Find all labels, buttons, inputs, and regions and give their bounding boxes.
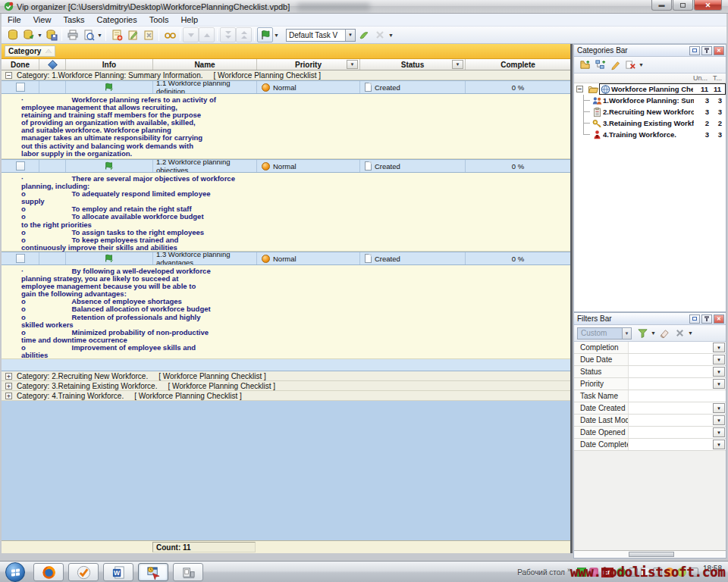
menu-help[interactable]: Help [174,14,204,26]
taskbar-button-word[interactable]: W [103,563,133,581]
desktop-toolbar-label[interactable]: Рабочий стол [517,568,565,577]
new-list-button[interactable] [577,58,592,72]
status-filter-dropdown[interactable]: ▼ [452,60,463,69]
priority-filter-dropdown[interactable]: ▼ [347,60,358,69]
new-category-button[interactable] [592,58,607,72]
open-database-button[interactable] [20,27,36,42]
maximize-button[interactable] [673,0,693,11]
print-caret[interactable]: ▼ [96,33,103,38]
scrollbar-thumb[interactable] [629,552,674,557]
taskbar-button-firefox[interactable] [33,563,64,581]
done-checkbox[interactable] [16,254,25,263]
filter-preset-combo[interactable]: Custom ▼ [577,327,632,340]
column-header-complete[interactable]: Complete [466,59,571,70]
category-group-row-2[interactable]: + Category: 2.Recruiting New Workforce. … [2,371,571,381]
collapse-icon[interactable]: − [5,72,12,79]
filter-dropdown-button[interactable]: ▼ [713,355,725,365]
column-header-done[interactable]: Done [2,59,39,70]
new-database-button[interactable] [5,27,20,42]
print-preview-button[interactable] [80,27,96,42]
tree-item-category-1[interactable]: 1.Workforce Planning: Summary Informatio… [574,95,726,106]
task-row-1-3[interactable]: 1.3 Workforce planning advantages Normal… [2,252,571,265]
column-header-info[interactable]: Info [66,59,153,70]
tree-item-category-2[interactable]: 2.Recruiting New Workforce. 3 3 [574,106,726,117]
apply-view-button[interactable] [356,27,372,42]
column-header-status[interactable]: Status ▼ [360,59,466,70]
filters-toolbar-caret[interactable]: ▼ [687,330,694,336]
filter-value-field[interactable] [629,342,713,353]
filter-dropdown-button[interactable]: ▼ [713,379,725,389]
collapse-icon[interactable]: − [576,86,583,92]
minimize-button[interactable]: ▬ [651,0,672,11]
menu-categories[interactable]: Categories [91,14,143,26]
panel-close-button[interactable]: ✕ [714,314,724,324]
toolbar-options-caret[interactable]: ▼ [388,33,394,38]
new-task-button[interactable] [108,27,124,42]
done-checkbox[interactable] [16,161,25,171]
task-row-1-2[interactable]: 1.2 Workforce planning objectives Normal… [2,159,571,173]
filter-value-field[interactable] [629,366,713,377]
filter-value-field[interactable] [629,439,713,450]
print-button[interactable] [64,27,80,42]
expand-icon[interactable]: + [5,393,12,399]
filter-value-field[interactable] [629,390,726,402]
move-up-button[interactable] [199,27,215,42]
filter-value-field[interactable] [629,354,713,365]
combo-arrow-icon[interactable]: ▼ [622,328,631,339]
clear-filter-button[interactable] [657,326,672,340]
panel-pin-button[interactable] [701,314,712,324]
delete-category-button[interactable] [623,58,638,72]
taskbar-button-vip-organizer[interactable] [138,563,168,581]
apply-filter-button[interactable] [635,326,650,340]
category-group-row-1[interactable]: − Category: 1.Workforce Planning: Summar… [2,70,571,80]
move-top-button[interactable] [236,27,252,42]
filter-value-field[interactable] [629,415,713,426]
panel-splitter[interactable] [570,44,573,553]
view-notes-button[interactable] [162,27,177,42]
column-uncompleted[interactable]: Un... [691,74,708,82]
filter-dropdown-button[interactable]: ▼ [713,440,725,449]
move-bottom-button[interactable] [220,27,236,42]
filter-value-field[interactable] [629,402,713,414]
taskbar-button-organizer-launcher[interactable] [68,563,99,581]
category-group-row-3[interactable]: + Category: 3.Retaining Existing Workfor… [2,381,571,391]
menu-tools[interactable]: Tools [143,14,175,26]
apply-filter-caret[interactable]: ▼ [650,330,657,336]
filter-dropdown-button[interactable]: ▼ [713,403,725,413]
save-database-button[interactable] [43,27,59,42]
menu-tasks[interactable]: Tasks [57,14,90,26]
menu-view[interactable]: View [27,14,58,26]
task-view-caret[interactable]: ▼ [273,33,280,38]
expand-icon[interactable]: + [5,383,12,390]
task-view-button[interactable] [257,27,273,42]
column-header-name[interactable]: Name [153,59,257,70]
tree-item-category-4[interactable]: 4.Training Workforce. 3 3 [574,129,726,140]
tree-item-category-3[interactable]: 3.Retaining Existing Workforce. 2 2 [574,117,726,129]
panel-position-button[interactable] [689,46,700,55]
filter-dropdown-button[interactable]: ▼ [713,415,725,425]
panel-pin-button[interactable] [701,46,712,55]
filter-dropdown-button[interactable]: ▼ [713,427,725,437]
column-total[interactable]: T... [708,74,726,82]
close-button[interactable]: ✕ [694,0,722,11]
task-row-1-1[interactable]: 1.1 Workforce planning definition Normal… [2,80,571,94]
taskbar-button-device[interactable] [173,563,203,581]
group-field-category[interactable]: Category [5,45,55,57]
clear-view-button[interactable] [372,27,388,42]
task-view-combo[interactable]: Default Task V ▼ [286,29,356,42]
column-header-priority[interactable]: Priority ▼ [257,59,360,70]
menu-file[interactable]: File [2,14,27,26]
delete-filter-button[interactable] [672,326,687,340]
delete-task-button[interactable] [140,27,156,42]
tree-item-root[interactable]: − Workforce Planning Checklist 11 11 [574,83,726,95]
filter-dropdown-button[interactable]: ▼ [713,367,725,377]
panel-close-button[interactable]: ✕ [714,46,724,55]
panel-position-button[interactable] [689,314,700,324]
edit-category-button[interactable] [607,58,623,72]
done-checkbox[interactable] [16,83,25,92]
filter-value-field[interactable] [629,378,713,390]
edit-task-button[interactable] [124,27,140,42]
combo-arrow-icon[interactable]: ▼ [345,30,355,41]
filter-dropdown-button[interactable]: ▼ [713,343,725,352]
move-down-button[interactable] [183,27,199,42]
